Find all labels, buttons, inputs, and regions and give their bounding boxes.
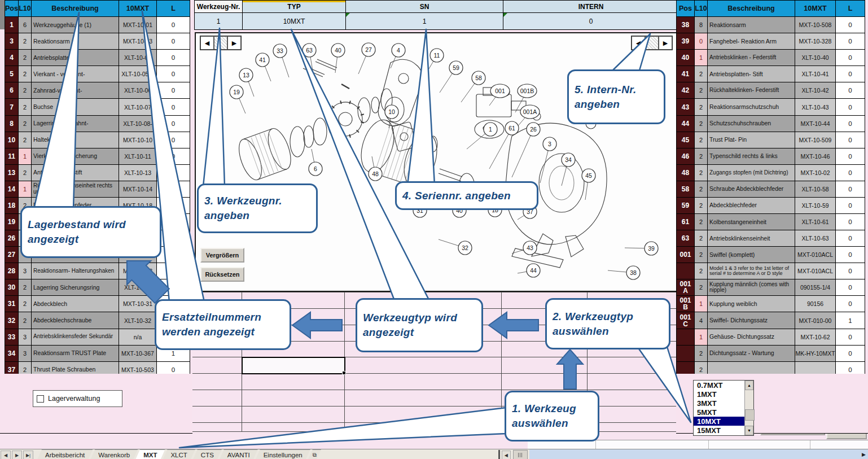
selected-cell[interactable] xyxy=(242,357,345,374)
part-number-cell[interactable]: MXT-10-01 xyxy=(119,17,157,33)
l10-cell[interactable]: 3 xyxy=(19,329,32,346)
beschreibung-cell[interactable]: Lagerring Sicherungsring xyxy=(32,279,119,296)
beschreibung-cell[interactable]: Antriebsplatten- Stift xyxy=(708,66,795,82)
pos-cell[interactable]: 1 xyxy=(5,17,19,33)
part-number-cell[interactable]: MXT-10-62 xyxy=(795,329,836,346)
part-number-cell[interactable]: MXT-010ACL xyxy=(795,263,836,279)
scrollbar-grip[interactable] xyxy=(513,450,528,459)
tab-avanti[interactable]: AVANTI xyxy=(220,449,258,459)
l10-cell[interactable]: 1 xyxy=(695,296,708,312)
l10-cell[interactable]: 8 xyxy=(695,17,708,33)
lager-cell[interactable]: 0 xyxy=(836,346,865,362)
part-number-cell[interactable]: XLT-10-30 xyxy=(119,279,157,296)
part-number-cell[interactable]: 90156 xyxy=(795,296,836,312)
lager-cell[interactable]: 0 xyxy=(836,263,865,279)
beschreibung-cell[interactable]: Lagerring - verzahnt- xyxy=(32,116,119,132)
beschreibung-cell[interactable]: Typenschild rechts & links xyxy=(708,148,795,165)
next-page-button[interactable]: ▶ xyxy=(659,36,672,50)
part-number-cell[interactable]: MXT-10-03 xyxy=(119,33,157,50)
listbox-item-1mxt[interactable]: 1MXT xyxy=(694,390,744,399)
lager-cell[interactable]: 1 xyxy=(836,312,865,329)
tab-nav-button[interactable]: ▶ xyxy=(12,451,22,459)
pos-cell[interactable]: 46 xyxy=(677,148,695,165)
part-number-cell[interactable]: MXT-10-46 xyxy=(795,148,836,165)
l10-cell[interactable]: 2 xyxy=(19,279,32,296)
lager-cell[interactable]: 0 xyxy=(836,66,865,82)
beschreibung-cell[interactable]: Fanghebel- Reaktion Arm xyxy=(708,33,795,50)
intern-header[interactable]: INTERN xyxy=(503,0,679,13)
pos-cell[interactable]: 43 xyxy=(677,99,695,115)
l10-cell[interactable]: 2 xyxy=(19,296,32,312)
beschreibung-cell[interactable]: Kupplung weiblich xyxy=(708,296,795,312)
pos-cell[interactable]: 001 B xyxy=(677,296,695,312)
l10-cell[interactable]: 2 xyxy=(19,116,32,132)
pos-cell[interactable]: 28 xyxy=(5,263,19,279)
l10-cell[interactable]: 2 xyxy=(19,132,32,148)
scroll-left-button[interactable]: ◀ xyxy=(502,451,511,459)
part-number-cell[interactable]: XLT-10-05-1 xyxy=(119,66,157,82)
lager-cell[interactable]: 0 xyxy=(157,17,190,33)
lager-cell[interactable]: 0 xyxy=(836,214,865,230)
pos-cell[interactable]: 45 xyxy=(677,132,695,148)
part-number-cell[interactable]: MXT-010-00 xyxy=(795,312,836,329)
beschreibung-cell[interactable]: Zahnrad-verzahnt- xyxy=(32,82,119,99)
part-number-cell[interactable]: XLT-10-13 xyxy=(119,165,157,181)
part-number-cell[interactable]: XLT-10-42 xyxy=(795,82,836,99)
tab-mxt[interactable]: MXT xyxy=(135,449,165,459)
beschreibung-cell[interactable]: Zugangs stopfen (mit Dichtring) xyxy=(708,165,795,181)
pos-cell[interactable]: 3 xyxy=(5,33,19,50)
part-number-cell[interactable]: XLT-10-41 xyxy=(795,66,836,82)
lager-cell[interactable]: 0 xyxy=(157,165,190,181)
lager-cell[interactable]: 0 xyxy=(836,99,865,115)
part-number-cell[interactable]: XLT-10-43 xyxy=(795,99,836,115)
l10-cell[interactable]: 2 xyxy=(695,132,708,148)
l10-cell[interactable]: 2 xyxy=(695,165,708,181)
column-header-l[interactable]: L xyxy=(836,1,865,17)
pos-cell[interactable]: 13 xyxy=(5,165,19,181)
pos-cell[interactable]: 59 xyxy=(677,198,695,214)
tab-cts[interactable]: CTS xyxy=(193,449,222,459)
beschreibung-cell[interactable]: Reaktionsarm TRUST Plate xyxy=(32,346,119,362)
part-number-cell[interactable]: MXT-10-14 xyxy=(119,181,157,198)
l10-cell[interactable]: 2 xyxy=(19,50,32,66)
column-header-beschreibung[interactable]: Beschreibung xyxy=(32,1,119,17)
l10-cell[interactable]: 3 xyxy=(19,263,32,279)
scroll-up-button[interactable]: ▲ xyxy=(745,381,753,390)
beschreibung-cell[interactable]: Vierkant - verzahnt- xyxy=(32,66,119,82)
pos-cell[interactable]: 6 xyxy=(5,82,19,99)
lager-cell[interactable]: 0 xyxy=(836,247,865,263)
part-number-cell[interactable]: XLT-10-04 xyxy=(119,50,157,66)
lager-cell[interactable] xyxy=(157,247,190,263)
typ-value[interactable]: 10MXT xyxy=(243,12,346,30)
lager-cell[interactable]: 0 xyxy=(157,198,190,214)
l10-cell[interactable]: 3 xyxy=(19,346,32,362)
l10-cell[interactable]: 2 xyxy=(695,214,708,230)
lager-cell[interactable]: 0 xyxy=(836,230,865,247)
pos-cell[interactable]: 48 xyxy=(677,165,695,181)
part-number-cell[interactable]: MXT-10-328 xyxy=(795,33,836,50)
lager-cell[interactable]: 0 xyxy=(157,33,190,50)
horizontal-scrollbar[interactable]: ▶ xyxy=(529,449,868,459)
pos-cell[interactable]: 31 xyxy=(5,296,19,312)
pos-cell[interactable]: 40 xyxy=(677,50,695,66)
pos-cell[interactable]: 001 xyxy=(677,247,695,263)
beschreibung-cell[interactable]: Swiffel- Dichtungssatz xyxy=(708,312,795,329)
l10-cell[interactable]: 6 xyxy=(19,17,32,33)
scroll-thumb[interactable] xyxy=(745,409,755,421)
beschreibung-cell[interactable]: Antriebsklinken - Federstift xyxy=(708,50,795,66)
beschreibung-cell[interactable]: Abdeckblech xyxy=(32,296,119,312)
column-header-beschreibung[interactable]: Beschreibung xyxy=(708,1,795,17)
listbox-item-10mxt[interactable]: 10MXT xyxy=(694,417,744,426)
pos-cell[interactable]: 34 xyxy=(5,346,19,362)
pos-cell[interactable] xyxy=(677,263,695,279)
lager-cell[interactable]: 0 xyxy=(836,33,865,50)
listbox-item-15mxt[interactable]: 15MXT xyxy=(694,426,744,435)
column-header-l10[interactable]: L10 xyxy=(695,1,708,17)
beschreibung-cell[interactable]: Reaktionsarmschutzschuh xyxy=(708,99,795,115)
l10-cell[interactable]: 4 xyxy=(695,312,708,329)
lager-cell[interactable]: 0 xyxy=(836,198,865,214)
pos-cell[interactable] xyxy=(677,329,695,346)
pos-cell[interactable]: 001 C xyxy=(677,312,695,329)
lager-cell[interactable]: 0 xyxy=(836,50,865,66)
l10-cell[interactable]: 2 xyxy=(695,346,708,362)
